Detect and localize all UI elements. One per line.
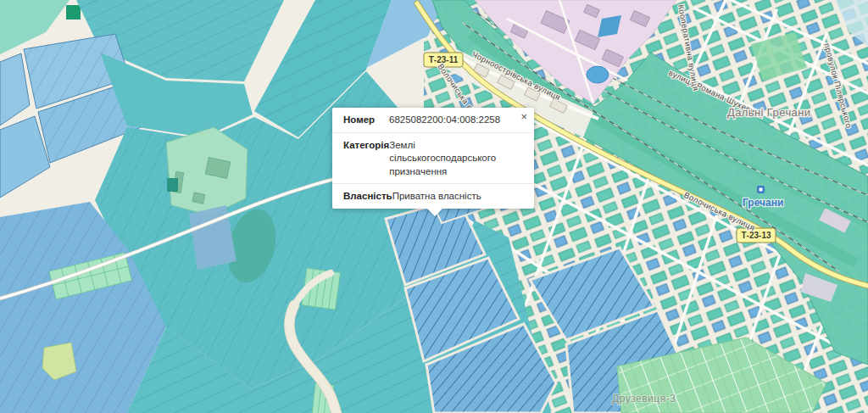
place-label-hrechany-station: Гречани (743, 197, 783, 209)
place-label-druzhevytsia: Друзевиця-3 (612, 393, 676, 405)
popup-close-button[interactable]: × (519, 109, 529, 125)
place-label-dalni-hrechany: Дальні Гречани (727, 106, 810, 119)
popup-row-category: Категорія Землі сільськогосподарського п… (332, 132, 534, 184)
parcel-info-popup: × Номер 6825082200:04:008:2258 Категорія… (332, 108, 534, 209)
road-badge-2-label: Т-23-13 (741, 231, 771, 240)
popup-field-value: Приватна власність (392, 190, 524, 204)
popup-field-label: Номер (343, 114, 389, 127)
popup-field-value: 6825082200:04:008:2258 (389, 114, 524, 127)
cadastre-map-app: Т-23-11 Т-23-13 Волочиська вулиця Чорноо… (0, 0, 868, 413)
popup-field-label: Категорія (343, 139, 389, 179)
popup-field-value: Землі сільськогосподарського призначення (389, 139, 524, 179)
popup-field-label: Власність (343, 190, 392, 204)
popup-row-ownership: Власність Приватна власність (332, 183, 534, 209)
popup-row-number: Номер 6825082200:04:008:2258 (332, 108, 534, 132)
pond (587, 66, 609, 83)
station-icon-dot (760, 188, 763, 192)
dark-green-plot (66, 5, 81, 20)
road-badge-2: Т-23-13 (737, 228, 776, 243)
